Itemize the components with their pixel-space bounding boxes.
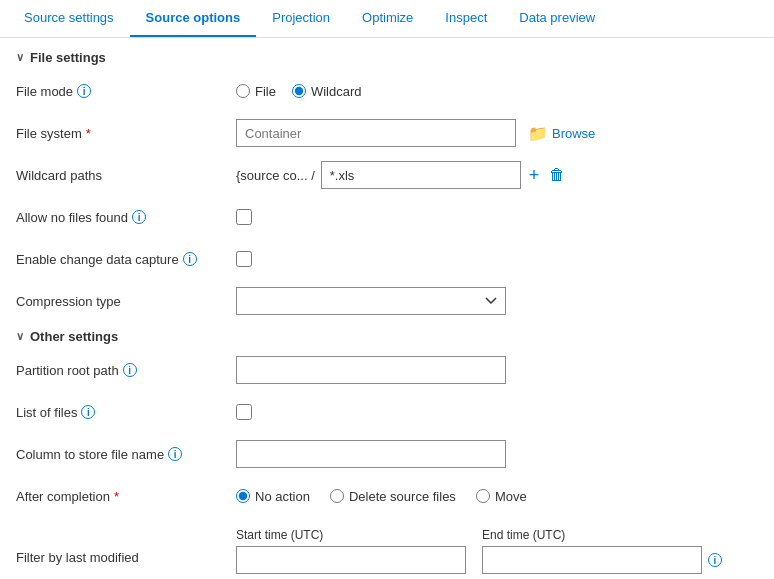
list-of-files-checkbox[interactable] <box>236 404 252 420</box>
end-time-input[interactable] <box>482 546 702 574</box>
enable-change-data-info-icon[interactable]: i <box>183 252 197 266</box>
start-time-input[interactable] <box>236 546 466 574</box>
partition-root-path-row: Partition root path i <box>16 356 758 384</box>
after-completion-control: No action Delete source files Move <box>236 489 758 504</box>
end-time-col: End time (UTC) i <box>482 528 722 574</box>
column-to-store-label: Column to store file name i <box>16 447 236 462</box>
wildcard-row: {source co... / + 🗑 <box>236 161 567 189</box>
enable-change-data-label: Enable change data capture i <box>16 252 236 267</box>
compression-type-control: None Deflate GZip bzip2 ZipDeflate Snapp… <box>236 287 758 315</box>
compression-type-row: Compression type None Deflate GZip bzip2… <box>16 287 758 315</box>
enable-change-data-control <box>236 251 758 267</box>
list-of-files-info-icon[interactable]: i <box>81 405 95 419</box>
file-mode-file-label: File <box>255 84 276 99</box>
file-mode-wildcard-radio[interactable] <box>292 84 306 98</box>
after-completion-label: After completion <box>16 489 236 504</box>
after-completion-move-option[interactable]: Move <box>476 489 527 504</box>
wildcard-paths-label: Wildcard paths <box>16 168 236 183</box>
file-settings-label: File settings <box>30 50 106 65</box>
file-settings-header[interactable]: ∨ File settings <box>16 50 758 65</box>
after-completion-delete-option[interactable]: Delete source files <box>330 489 456 504</box>
content-area: ∨ File settings File mode i File Wildcar… <box>0 38 774 575</box>
partition-root-path-label: Partition root path i <box>16 363 236 378</box>
file-system-label: File system <box>16 126 236 141</box>
after-completion-row: After completion No action Delete source… <box>16 482 758 510</box>
enable-change-data-checkbox[interactable] <box>236 251 252 267</box>
trash-icon: 🗑 <box>549 166 565 183</box>
filter-last-modified-row: Filter by last modified Start time (UTC)… <box>16 524 758 574</box>
partition-root-path-info-icon[interactable]: i <box>123 363 137 377</box>
allow-no-files-control <box>236 209 758 225</box>
column-to-store-row: Column to store file name i <box>16 440 758 468</box>
file-mode-file-option[interactable]: File <box>236 84 276 99</box>
column-to-store-control <box>236 440 758 468</box>
filter-inputs: Start time (UTC) End time (UTC) i <box>236 528 722 574</box>
other-settings-chevron: ∨ <box>16 330 24 343</box>
after-completion-no-action-option[interactable]: No action <box>236 489 310 504</box>
filter-last-modified-label: Filter by last modified <box>16 528 236 565</box>
enable-change-data-row: Enable change data capture i <box>16 245 758 273</box>
tab-inspect[interactable]: Inspect <box>429 0 503 37</box>
after-completion-no-action-label: No action <box>255 489 310 504</box>
column-to-store-input[interactable] <box>236 440 506 468</box>
other-settings-label: Other settings <box>30 329 118 344</box>
file-mode-wildcard-option[interactable]: Wildcard <box>292 84 362 99</box>
filter-info-icon[interactable]: i <box>708 553 722 567</box>
file-system-input[interactable] <box>236 119 516 147</box>
other-settings-header[interactable]: ∨ Other settings <box>16 329 758 344</box>
allow-no-files-checkbox[interactable] <box>236 209 252 225</box>
after-completion-move-label: Move <box>495 489 527 504</box>
browse-label: Browse <box>552 126 595 141</box>
after-completion-no-action-radio[interactable] <box>236 489 250 503</box>
browse-button[interactable]: 📁 Browse <box>524 124 599 143</box>
after-completion-delete-radio[interactable] <box>330 489 344 503</box>
wildcard-input[interactable] <box>321 161 521 189</box>
folder-icon: 📁 <box>528 124 548 143</box>
wildcard-paths-row: Wildcard paths {source co... / + 🗑 <box>16 161 758 189</box>
after-completion-move-radio[interactable] <box>476 489 490 503</box>
tab-source-settings[interactable]: Source settings <box>8 0 130 37</box>
add-wildcard-button[interactable]: + <box>527 166 542 184</box>
file-mode-label: File mode i <box>16 84 236 99</box>
allow-no-files-info-icon[interactable]: i <box>132 210 146 224</box>
tab-bar: Source settings Source options Projectio… <box>0 0 774 38</box>
filter-last-modified-control: Start time (UTC) End time (UTC) i <box>236 528 758 574</box>
wildcard-paths-control: {source co... / + 🗑 <box>236 161 758 189</box>
file-system-control: 📁 Browse <box>236 119 758 147</box>
file-mode-wildcard-label: Wildcard <box>311 84 362 99</box>
wildcard-prefix: {source co... / <box>236 168 315 183</box>
file-mode-row: File mode i File Wildcard <box>16 77 758 105</box>
partition-root-path-input[interactable] <box>236 356 506 384</box>
delete-wildcard-button[interactable]: 🗑 <box>547 166 567 184</box>
compression-type-dropdown[interactable]: None Deflate GZip bzip2 ZipDeflate Snapp… <box>236 287 506 315</box>
file-system-row: File system 📁 Browse <box>16 119 758 147</box>
tab-optimize[interactable]: Optimize <box>346 0 429 37</box>
allow-no-files-row: Allow no files found i <box>16 203 758 231</box>
start-time-col: Start time (UTC) <box>236 528 466 574</box>
file-mode-file-radio[interactable] <box>236 84 250 98</box>
start-time-label: Start time (UTC) <box>236 528 466 542</box>
tab-projection[interactable]: Projection <box>256 0 346 37</box>
allow-no-files-label: Allow no files found i <box>16 210 236 225</box>
after-completion-delete-label: Delete source files <box>349 489 456 504</box>
list-of-files-row: List of files i <box>16 398 758 426</box>
tab-source-options[interactable]: Source options <box>130 0 257 37</box>
file-settings-chevron: ∨ <box>16 51 24 64</box>
end-time-label: End time (UTC) <box>482 528 722 542</box>
file-mode-control: File Wildcard <box>236 84 758 99</box>
compression-type-label: Compression type <box>16 294 236 309</box>
tab-data-preview[interactable]: Data preview <box>503 0 611 37</box>
file-mode-info-icon[interactable]: i <box>77 84 91 98</box>
list-of-files-control <box>236 404 758 420</box>
column-to-store-info-icon[interactable]: i <box>168 447 182 461</box>
list-of-files-label: List of files i <box>16 405 236 420</box>
partition-root-path-control <box>236 356 758 384</box>
